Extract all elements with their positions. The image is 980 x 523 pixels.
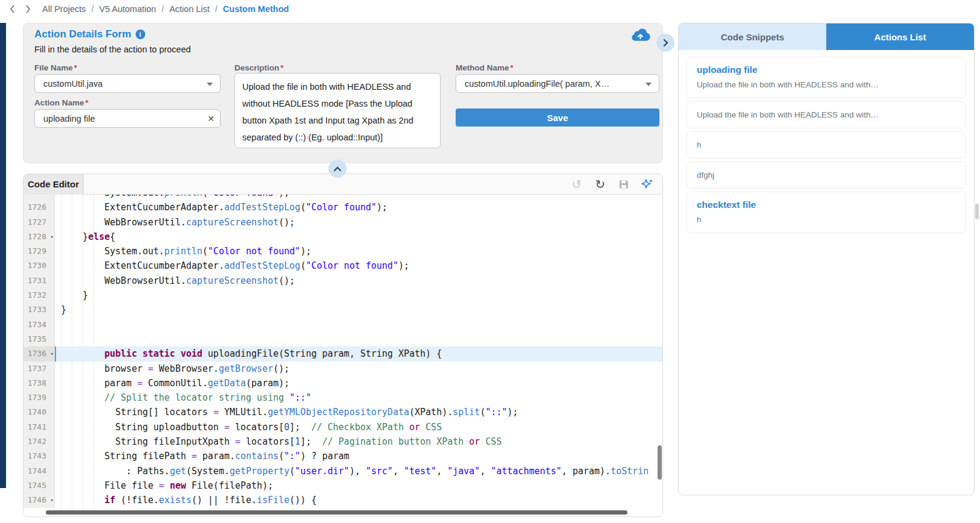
line-number[interactable]: 1746▾ <box>24 493 55 507</box>
breadcrumb-item[interactable]: Custom Method <box>223 4 289 14</box>
file-name-select[interactable]: customUtil.java <box>34 74 221 93</box>
code-editor-header: Code Editor ↺ ↻ <box>24 174 662 195</box>
action-details-form-panel: Action Details Form i Fill in the detail… <box>23 23 663 163</box>
line-number[interactable]: 1728▾ <box>24 230 55 244</box>
code-line: 1732 } <box>24 288 662 302</box>
code-text: // Split the locator string using "::" <box>55 390 662 405</box>
line-number[interactable]: 1735 <box>24 332 55 346</box>
save-button[interactable]: Save <box>456 108 659 127</box>
action-card[interactable]: uploading fileUpload the file in both wi… <box>686 57 966 98</box>
info-icon[interactable]: i <box>136 30 145 39</box>
code-text: ExtentCucumberAdapter.addTestStepLog("Co… <box>55 258 662 273</box>
method-name-select[interactable]: customUtil.uploadingFile( param, X… <box>456 74 659 93</box>
action-card[interactable]: checktext fileh <box>686 192 966 233</box>
code-line: 1730 ExtentCucumberAdapter.addTestStepLo… <box>24 258 662 273</box>
method-name-value: customUtil.uploadingFile( param, X… <box>465 79 609 89</box>
fold-arrow-icon[interactable]: ▾ <box>51 230 54 244</box>
line-number[interactable]: 1741 <box>24 420 55 434</box>
action-card-text: dfghj <box>697 168 956 182</box>
line-number[interactable]: 1734 <box>24 318 55 332</box>
line-number[interactable]: 1739 <box>24 390 55 405</box>
code-line: 1727 WebBrowserUtil.captureScreenshot(); <box>24 215 662 230</box>
breadcrumb-item[interactable]: V5 Automation <box>99 4 156 14</box>
expand-panel-icon[interactable] <box>656 34 674 52</box>
code-line: 1738 param = CommonUtil.getData(param); <box>24 376 662 390</box>
clear-icon[interactable]: ✕ <box>207 114 215 124</box>
fold-arrow-icon[interactable]: ▾ <box>51 346 54 361</box>
forward-icon[interactable] <box>23 4 33 14</box>
line-number[interactable]: 1736▾ <box>24 346 55 361</box>
code-line: System.out.println("Color found"); <box>24 195 662 200</box>
undo-icon[interactable]: ↺ <box>570 178 583 191</box>
vertical-scrollbar[interactable] <box>658 445 662 480</box>
back-icon[interactable] <box>7 4 17 14</box>
line-number[interactable]: 1737 <box>24 362 55 376</box>
action-card-text: h <box>697 138 956 152</box>
breadcrumb-item[interactable]: Action List <box>169 4 210 14</box>
line-number[interactable]: 1729 <box>24 244 55 258</box>
code-line: 1741 String uploadbutton = locators[0]; … <box>24 420 662 434</box>
code-text <box>55 332 662 346</box>
right-sidebar-panel: Code SnippetsActions List uploading file… <box>678 23 975 495</box>
action-card[interactable]: Upload the file in both with HEADLESS an… <box>686 101 966 128</box>
tab-code-snippets[interactable]: Code Snippets <box>679 23 826 50</box>
code-editor-tab[interactable]: Code Editor <box>24 174 84 195</box>
code-text: WebBrowserUtil.captureScreenshot(); <box>55 215 662 230</box>
horizontal-scrollbar[interactable] <box>46 510 627 515</box>
method-name-label: Method Name* <box>456 63 514 72</box>
line-number[interactable]: 1727 <box>24 215 55 230</box>
collapsed-left-panel-stripe[interactable] <box>0 23 6 488</box>
code-text: System.out.println("Color not found"); <box>55 244 662 258</box>
fold-arrow-icon[interactable]: ▾ <box>51 493 54 507</box>
action-card[interactable]: h <box>686 131 966 158</box>
action-card-title[interactable]: checktext file <box>697 199 956 210</box>
code-text: public static void uploadingFile(String … <box>55 346 662 361</box>
line-number[interactable]: 1726 <box>24 200 55 215</box>
form-title: Action Details Form <box>34 28 131 40</box>
code-line: 1731 WebBrowserUtil.captureScreenshot(); <box>24 274 662 288</box>
line-number[interactable]: 1742 <box>24 434 55 449</box>
save-file-icon[interactable] <box>617 178 630 191</box>
form-subtitle: Fill in the details of the action to pro… <box>34 45 191 54</box>
description-textarea[interactable]: Upload the file in both with HEADLESS an… <box>234 73 441 148</box>
app-root: All Projects/V5 Automation/Action List/C… <box>0 0 980 523</box>
code-line: 1739 // Split the locator string using "… <box>24 390 662 405</box>
code-line: 1743 String filePath = param.contains(":… <box>24 449 662 463</box>
code-line: 1742 String fileInputXpath = locators[1]… <box>24 434 662 449</box>
collapse-panel-icon[interactable] <box>328 160 347 178</box>
redo-icon[interactable]: ↻ <box>594 178 607 191</box>
file-name-label: File Name* <box>34 63 77 72</box>
sidebar-tabs: Code SnippetsActions List <box>679 23 974 50</box>
description-label: Description* <box>234 63 284 72</box>
action-card-title[interactable]: uploading file <box>697 64 956 75</box>
breadcrumb: All Projects/V5 Automation/Action List/C… <box>0 0 980 18</box>
breadcrumb-separator: / <box>162 4 164 14</box>
code-text: if (!file.exists() || !file.isFile()) { <box>55 493 662 507</box>
dropdown-caret-icon <box>207 83 213 86</box>
code-line: 1744 : Paths.get(System.getProperty("use… <box>24 464 662 478</box>
line-number[interactable]: 1731 <box>24 274 55 288</box>
action-name-label: Action Name* <box>34 98 89 107</box>
code-text: } <box>55 288 662 302</box>
line-number[interactable]: 1745 <box>24 478 55 493</box>
line-number[interactable]: 1743 <box>24 449 55 463</box>
action-card-text: h <box>697 213 956 227</box>
line-number[interactable]: 1730 <box>24 258 55 273</box>
line-number[interactable] <box>24 195 55 200</box>
line-number[interactable]: 1732 <box>24 288 55 302</box>
action-name-input[interactable] <box>34 109 221 128</box>
cloud-upload-icon[interactable] <box>630 25 652 42</box>
tab-actions-list[interactable]: Actions List <box>826 23 974 50</box>
page-scrollbar[interactable] <box>975 204 979 219</box>
ai-sparkle-icon[interactable] <box>641 178 654 191</box>
line-number[interactable]: 1744 <box>24 464 55 478</box>
code-text: String fileInputXpath = locators[1]; // … <box>55 434 662 449</box>
line-number[interactable]: 1740 <box>24 405 55 419</box>
line-number[interactable]: 1733 <box>24 302 55 317</box>
code-text: String uploadbutton = locators[0]; // Ch… <box>55 420 662 434</box>
dropdown-caret-icon <box>645 83 652 86</box>
line-number[interactable]: 1738 <box>24 376 55 390</box>
file-name-value: customUtil.java <box>43 79 102 89</box>
breadcrumb-item[interactable]: All Projects <box>42 4 86 14</box>
action-card[interactable]: dfghj <box>686 161 966 189</box>
